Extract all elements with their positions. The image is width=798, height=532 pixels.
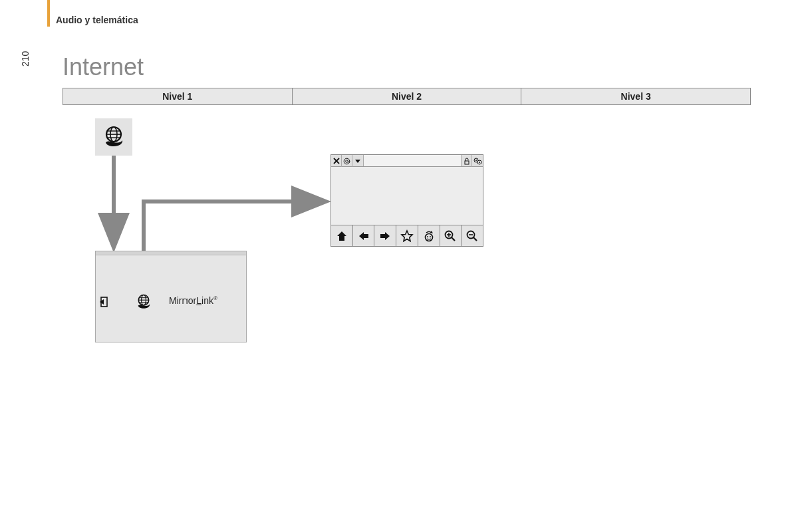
home-button[interactable] (331, 225, 353, 246)
internet-launcher[interactable] (95, 118, 132, 156)
svg-point-17 (346, 160, 348, 162)
tab-marker (47, 0, 50, 27)
globe-hand-icon[interactable] (134, 293, 153, 311)
at-icon (343, 158, 350, 165)
favorite-button[interactable] (396, 225, 418, 246)
refresh-button[interactable] (418, 225, 440, 246)
svg-marker-27 (402, 231, 412, 241)
svg-marker-8 (100, 299, 104, 305)
address-bar[interactable] (363, 155, 462, 166)
svg-rect-19 (465, 161, 469, 164)
lock-icon (464, 158, 470, 165)
level-header-3: Nivel 3 (521, 88, 751, 105)
svg-marker-25 (359, 232, 368, 240)
settings-button[interactable] (472, 155, 483, 167)
zoom-in-icon (444, 229, 457, 243)
zoom-out-icon (466, 229, 479, 243)
lock-button[interactable] (462, 155, 472, 167)
back-button[interactable] (353, 225, 375, 246)
arrow-right-icon (379, 230, 391, 242)
star-icon (400, 229, 414, 243)
dropdown-button[interactable] (352, 155, 363, 167)
browser-viewport (331, 167, 483, 225)
svg-point-30 (430, 236, 431, 237)
close-button[interactable] (331, 155, 342, 167)
browser-window (331, 154, 483, 247)
gear-icon (473, 158, 482, 165)
svg-marker-18 (355, 160, 360, 163)
mirrorlink-label[interactable]: MirrrorLink® (169, 295, 217, 306)
chevron-down-icon (354, 158, 361, 164)
svg-line-33 (452, 237, 455, 241)
browser-toolbar-bottom (331, 225, 483, 246)
exit-icon[interactable] (100, 297, 110, 307)
level-header-2: Nivel 2 (292, 88, 521, 105)
close-icon (333, 158, 340, 164)
arrow-left-icon (358, 230, 370, 242)
address-at-button[interactable] (342, 155, 352, 167)
page-number: 210 (20, 51, 31, 66)
svg-point-28 (425, 233, 432, 241)
svg-point-23 (479, 162, 480, 163)
app-selection-panel: MirrrorLink® (95, 251, 247, 342)
section-header: Audio y telemática (56, 15, 138, 25)
refresh-icon (422, 229, 436, 243)
globe-hand-icon (100, 124, 127, 150)
svg-marker-24 (337, 231, 346, 241)
level-header-1: Nivel 1 (63, 88, 293, 105)
levels-header-row: Nivel 1 Nivel 2 Nivel 3 (63, 88, 751, 105)
zoom-in-button[interactable] (440, 225, 462, 246)
forward-button[interactable] (374, 225, 396, 246)
page-title: Internet (63, 53, 144, 81)
svg-point-16 (344, 158, 350, 164)
svg-line-37 (473, 237, 477, 241)
svg-point-29 (427, 236, 428, 237)
home-icon (336, 230, 348, 242)
svg-marker-26 (380, 232, 390, 240)
zoom-out-button[interactable] (462, 225, 483, 246)
browser-toolbar-top (331, 155, 483, 167)
svg-point-21 (475, 160, 477, 161)
